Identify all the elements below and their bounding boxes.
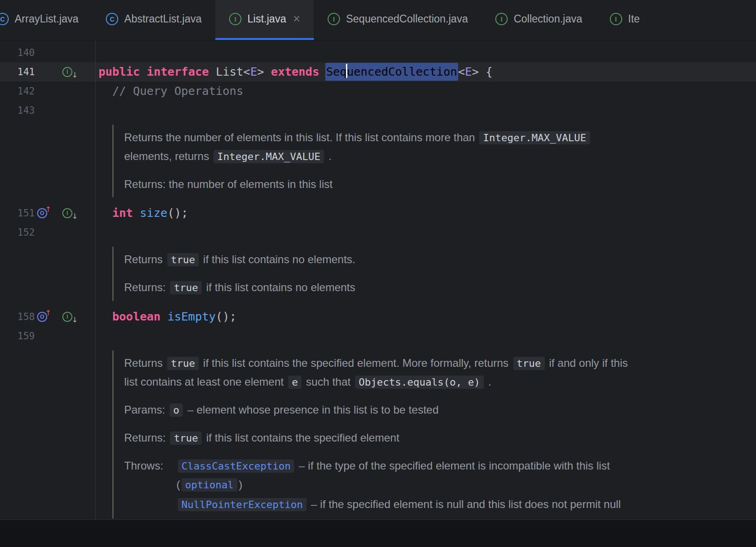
bottom-panel-edge — [0, 519, 756, 547]
tab-label: SequencedCollection.java — [346, 13, 468, 25]
doc-inline-code: true — [167, 253, 199, 266]
editor[interactable]: 140141I↓public interface List<E> extends… — [0, 40, 756, 520]
tab-sequencedcollection-java[interactable]: ISequencedCollection.java — [314, 0, 482, 40]
doc-text: Returns: the number of elements in this … — [124, 178, 333, 190]
doc-link[interactable]: ClassCastException — [178, 459, 294, 473]
doc-text: if this list contains no elements. — [200, 253, 356, 265]
interface-icon: I — [229, 13, 241, 25]
tab-list-java[interactable]: IList.java× — [215, 0, 314, 40]
code-line[interactable]: 143 — [0, 101, 756, 120]
code-line[interactable]: 158O↑I↓boolean isEmpty(); — [0, 307, 756, 326]
doc-text: Returns: — [124, 281, 169, 293]
doc-text: . — [325, 150, 331, 162]
doc-text: if this list contains the specified elem… — [200, 357, 512, 369]
doc-inline-code: true — [167, 357, 199, 370]
interface-icon: I — [495, 13, 508, 25]
tab-abstractlist-java[interactable]: CAbstractList.java — [92, 0, 215, 40]
code-text[interactable] — [95, 223, 756, 242]
line-number[interactable]: 143 — [0, 101, 35, 120]
doc-inline-code: true — [170, 431, 202, 445]
line-number[interactable]: 158 — [0, 307, 35, 326]
interface-icon: I — [610, 13, 622, 25]
line-number[interactable]: 152 — [0, 223, 35, 242]
code-line[interactable]: 141I↓public interface List<E> extends Se… — [0, 62, 756, 82]
code-text[interactable]: boolean isEmpty(); — [95, 307, 756, 326]
code-token: Seq — [325, 63, 347, 81]
rendered-doc-comment[interactable]: Returns true if this list contains no el… — [112, 247, 756, 301]
doc-inline-code: true — [513, 357, 545, 370]
interface-icon: I — [328, 13, 340, 25]
doc-text: – if the specified element is null and t… — [308, 498, 621, 510]
doc-paragraph: Returns: the number of elements in this … — [124, 175, 756, 193]
code-line[interactable]: 142// Query Operations — [0, 82, 756, 101]
code-token: E — [250, 65, 257, 78]
doc-paragraph: Returns the number of elements in this l… — [124, 128, 756, 166]
implemented-gutter-icon[interactable]: I↓ — [62, 66, 79, 78]
doc-text: Returns — [124, 357, 166, 369]
code-token: { — [479, 65, 493, 78]
doc-text: list contains at least one element — [124, 376, 287, 388]
rendered-doc-comment[interactable]: Returns true if this list contains the s… — [112, 350, 756, 519]
doc-text: if and only if this — [546, 357, 628, 369]
doc-inline-code: o — [170, 403, 183, 417]
code-line[interactable]: 140 — [0, 43, 756, 62]
doc-link[interactable]: optional — [181, 478, 237, 492]
code-token: > — [472, 65, 479, 78]
line-number[interactable]: 142 — [0, 82, 35, 101]
code-text[interactable]: public interface List<E> extends Sequenc… — [95, 62, 756, 82]
code-token — [264, 65, 271, 78]
gutter: 141I↓ — [0, 62, 95, 82]
tab-close-icon[interactable]: × — [293, 13, 300, 25]
code-token: (); — [167, 206, 188, 220]
code-line[interactable]: 151O↑I↓int size(); — [0, 204, 756, 223]
code-token: boolean — [112, 310, 167, 323]
code-text[interactable] — [95, 326, 756, 346]
gutter-slot: O↑ — [35, 207, 56, 219]
doc-link[interactable]: NullPointerException — [178, 498, 307, 511]
tab-collection-java[interactable]: ICollection.java — [482, 0, 596, 40]
code-token: (); — [216, 310, 236, 323]
code-line[interactable]: 152 — [0, 223, 756, 242]
gutter-slot: I↓ — [56, 311, 85, 323]
doc-paragraph: Params: o – element whose presence in th… — [124, 401, 756, 420]
tab-arraylist-java[interactable]: CArrayList.java — [0, 0, 92, 40]
code-text[interactable] — [95, 43, 756, 62]
rendered-doc-comment[interactable]: Returns the number of elements in this l… — [112, 125, 756, 197]
code-text[interactable] — [95, 101, 756, 120]
tab-label: List.java — [247, 13, 286, 25]
doc-text: if this list contains no elements — [203, 281, 355, 293]
tab-ite[interactable]: IIte — [596, 0, 654, 40]
implemented-gutter-icon[interactable]: I↓ — [62, 311, 79, 323]
code-token: extends — [271, 65, 326, 78]
overrides-gutter-icon[interactable]: O↑ — [37, 311, 54, 323]
line-number[interactable]: 159 — [0, 326, 35, 346]
code-line[interactable]: 159 — [0, 326, 756, 346]
doc-inline-code: Integer.MAX_VALUE — [479, 131, 590, 144]
doc-text: ( — [176, 478, 180, 491]
doc-text: if this list contains the specified elem… — [203, 431, 399, 444]
gutter: 159 — [0, 326, 95, 346]
line-number[interactable]: 141 — [0, 62, 35, 82]
code-token: public — [99, 65, 147, 78]
gutter: 158O↑I↓ — [0, 307, 95, 326]
doc-inline-code: Integer.MAX_VALUE — [214, 150, 324, 163]
tab-label: AbstractList.java — [124, 13, 202, 25]
implemented-gutter-icon[interactable]: I↓ — [62, 207, 79, 219]
ide-window: CArrayList.javaCAbstractList.javaIList.j… — [0, 0, 756, 547]
line-number[interactable]: 140 — [0, 43, 35, 62]
doc-inline-code: Objects.equals(o, e) — [355, 376, 484, 389]
code-token: E — [465, 65, 472, 78]
overrides-gutter-icon[interactable]: O↑ — [37, 207, 54, 219]
code-text[interactable]: int size(); — [95, 204, 756, 223]
class-icon: C — [0, 13, 9, 25]
tab-label: ArrayList.java — [15, 13, 78, 25]
class-icon: C — [106, 13, 118, 25]
line-number[interactable]: 151 — [0, 204, 35, 223]
code-token: uencedCollection — [347, 63, 458, 81]
gutter-slot: I↓ — [56, 66, 85, 78]
code-text[interactable]: // Query Operations — [95, 82, 756, 101]
gutter: 152 — [0, 223, 95, 242]
doc-paragraph: Returns true if this list contains the s… — [124, 354, 756, 392]
code-token: < — [243, 65, 250, 78]
doc-inline-code: true — [170, 281, 202, 294]
